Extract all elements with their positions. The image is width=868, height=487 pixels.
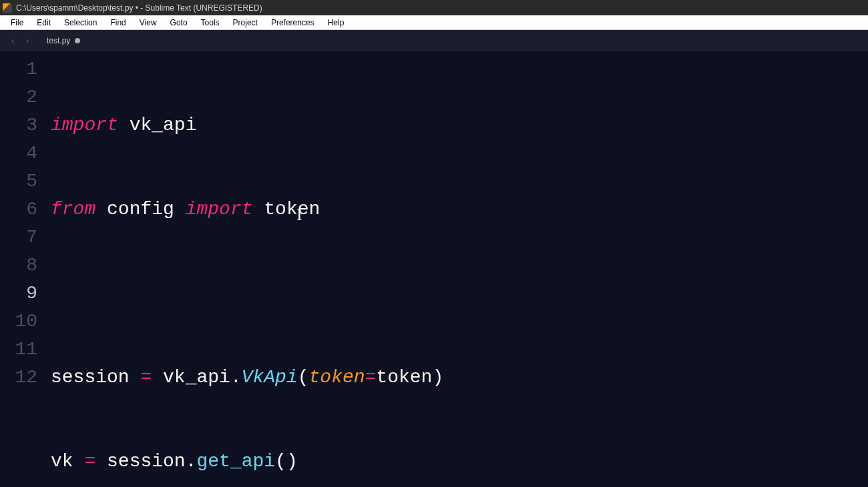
app-icon: [3, 3, 12, 13]
tab-bar: ‹ › test.py: [0, 30, 868, 51]
menu-selection[interactable]: Selection: [57, 17, 103, 29]
menu-find[interactable]: Find: [103, 17, 132, 29]
gutter-line: 10: [0, 308, 37, 336]
gutter-line: 7: [0, 223, 37, 252]
gutter-line-current: 9: [0, 280, 37, 308]
tab-dirty-indicator-icon: [75, 38, 80, 43]
menu-edit[interactable]: Edit: [30, 17, 57, 29]
code-line: from config import token: [51, 195, 868, 223]
menu-project[interactable]: Project: [226, 17, 264, 29]
gutter-line: 6: [0, 195, 37, 223]
gutter-line: 11: [0, 336, 37, 364]
gutter-line: 5: [0, 167, 37, 195]
menu-file[interactable]: File: [4, 17, 30, 29]
code-editor[interactable]: 1 2 3 4 5 6 7 8 9 10 11 12 import vk_api…: [0, 51, 868, 487]
code-line: import vk_api: [51, 111, 868, 139]
menu-bar: File Edit Selection Find View Goto Tools…: [0, 15, 868, 30]
menu-preferences[interactable]: Preferences: [264, 17, 321, 29]
window-titlebar: C:\Users\spamm\Desktop\test.py • - Subli…: [0, 0, 868, 15]
menu-help[interactable]: Help: [321, 17, 351, 29]
gutter-line: 3: [0, 111, 37, 139]
menu-goto[interactable]: Goto: [164, 17, 194, 29]
gutter-line: 2: [0, 83, 37, 111]
tab-label: test.py: [47, 36, 70, 45]
gutter-line: 4: [0, 139, 37, 167]
nav-back-icon[interactable]: ‹: [5, 33, 20, 48]
code-area[interactable]: import vk_api from config import token s…: [51, 51, 868, 487]
line-gutter: 1 2 3 4 5 6 7 8 9 10 11 12: [0, 51, 51, 487]
gutter-line: 8: [0, 252, 37, 280]
gutter-line: 12: [0, 364, 37, 392]
gutter-line: 1: [0, 55, 37, 83]
nav-forward-icon[interactable]: ›: [20, 33, 35, 48]
menu-view[interactable]: View: [133, 17, 164, 29]
code-line: [51, 280, 868, 308]
code-line: session = vk_api.VkApi(token=token): [51, 364, 868, 392]
window-title: C:\Users\spamm\Desktop\test.py • - Subli…: [16, 3, 262, 13]
tab-test-py[interactable]: test.py: [40, 30, 87, 51]
code-line: vk = session.get_api(): [51, 448, 868, 476]
menu-tools[interactable]: Tools: [194, 17, 226, 29]
